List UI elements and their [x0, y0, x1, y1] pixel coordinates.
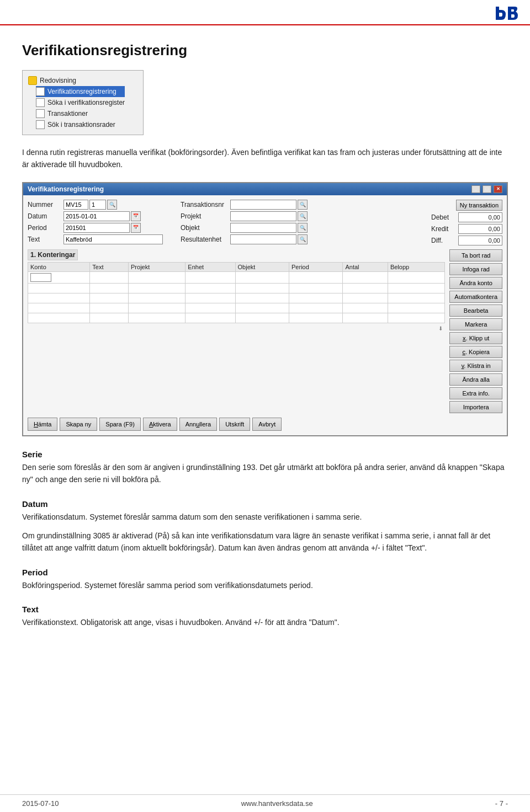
transaktionsnr-input[interactable] — [230, 200, 296, 210]
col-text: Text — [90, 262, 129, 271]
nav-item-transaktioner: Transaktioner — [36, 108, 125, 119]
cell-objekt-3 — [235, 293, 289, 303]
table-row — [28, 313, 445, 323]
konteringar-table: Konto Text Projekt Enhet Objekt Period A… — [28, 262, 445, 323]
cell-text — [90, 271, 129, 283]
aktivera-button[interactable]: Aktivera — [143, 418, 177, 431]
cell-antal-5 — [343, 313, 388, 323]
konteringar-main: 1. Konteringar Konto Text Projekt Enhet … — [28, 249, 445, 413]
nav-indent: Verifikationsregistrering Söka i verifik… — [28, 86, 137, 130]
col-period: Period — [289, 262, 343, 271]
app-window: Verifikationsregistrering _ □ ✕ Nummer 🔍 — [22, 182, 508, 436]
andra-konto-button[interactable]: Ändra konto — [449, 277, 502, 289]
cell-text-4 — [90, 303, 129, 313]
datum-title: Datum — [22, 499, 508, 509]
cell-enhet-3 — [186, 293, 235, 303]
nummer-row: Nummer 🔍 — [28, 200, 163, 210]
andra-alla-button[interactable]: Ändra alla — [449, 373, 502, 386]
folder-icon — [28, 76, 37, 85]
cell-projekt-3 — [129, 293, 186, 303]
datum-cal-button[interactable]: 📅 — [131, 211, 141, 221]
konteringar-header: 1. Konteringar — [28, 249, 78, 260]
diff-label: Diff. — [431, 237, 456, 244]
cell-text-2 — [90, 283, 129, 293]
datum-input[interactable] — [63, 211, 130, 221]
logo — [495, 6, 519, 21]
projekt-row: Projekt 🔍 — [181, 211, 308, 221]
window-body: Nummer 🔍 Datum 📅 Period — [23, 195, 507, 435]
cell-period-2 — [289, 283, 343, 293]
annullera-button[interactable]: Annullera — [179, 418, 218, 431]
col-antal: Antal — [343, 262, 388, 271]
cell-projekt-2 — [129, 283, 186, 293]
period-cal-button[interactable]: 📅 — [131, 223, 141, 233]
skapa-ny-button[interactable]: Skapa ny — [60, 418, 97, 431]
close-button[interactable]: ✕ — [494, 185, 502, 193]
datum-row: Datum 📅 — [28, 211, 163, 221]
resultatenhet-label: Resultatenhet — [181, 236, 230, 243]
markera-button[interactable]: Markera — [449, 318, 502, 330]
window-controls: _ □ ✕ — [471, 185, 502, 193]
kopiera-button[interactable]: c. Kopiera — [449, 346, 502, 358]
cell-enhet — [186, 271, 235, 283]
table-row — [28, 283, 445, 293]
cell-projekt-5 — [129, 313, 186, 323]
table-row — [28, 271, 445, 283]
objekt-search-button[interactable]: 🔍 — [298, 223, 308, 233]
klipp-ut-button[interactable]: x. Klipp ut — [449, 332, 502, 344]
cell-projekt — [129, 271, 186, 283]
avbryt-button[interactable]: Avbryt — [252, 418, 282, 431]
cell-konto-2 — [28, 283, 90, 293]
minimize-button[interactable]: _ — [471, 185, 480, 193]
datum-label: Datum — [28, 212, 63, 220]
serie-title: Serie — [22, 450, 508, 459]
top-bar — [0, 0, 530, 25]
nummer-num-input[interactable] — [89, 200, 106, 210]
nummer-search-button[interactable]: 🔍 — [107, 200, 117, 210]
resultatenhet-search-button[interactable]: 🔍 — [298, 234, 308, 244]
klistra-in-button[interactable]: v. Klistra in — [449, 360, 502, 372]
nummer-label: Nummer — [28, 201, 63, 209]
ny-transaktion-button[interactable]: Ny transaktion — [456, 200, 502, 211]
datum-text1: Verifikationsdatum. Systemet föreslår sa… — [22, 511, 508, 523]
konto-input[interactable] — [30, 273, 51, 282]
cell-enhet-2 — [186, 283, 235, 293]
projekt-search-button[interactable]: 🔍 — [298, 211, 308, 221]
cell-antal-4 — [343, 303, 388, 313]
importera-button[interactable]: Importera — [449, 401, 502, 413]
projekt-input[interactable] — [230, 211, 296, 221]
cell-antal — [343, 271, 388, 283]
table-row — [28, 293, 445, 303]
debet-value: 0,00 — [458, 212, 502, 222]
automatkontera-button[interactable]: Automatkontera — [449, 291, 502, 303]
extra-info-button[interactable]: Extra info. — [449, 387, 502, 399]
diff-value: 0,00 — [458, 236, 502, 245]
text-input[interactable] — [63, 234, 163, 244]
doc-icon-2 — [36, 98, 45, 107]
cell-period-4 — [289, 303, 343, 313]
footer-date: 2015-07-10 — [22, 799, 59, 808]
period-row: Period 📅 — [28, 223, 163, 233]
cell-belopp-3 — [388, 293, 444, 303]
infoga-rad-button[interactable]: Infoga rad — [449, 263, 502, 275]
cell-text-3 — [90, 293, 129, 303]
nummer-input[interactable] — [63, 200, 88, 210]
transaktionsnr-label: Transaktionsnr — [181, 201, 230, 209]
bearbeta-button[interactable]: Bearbeta — [449, 304, 502, 317]
doc-icon — [36, 87, 45, 96]
footer-page: - 7 - — [495, 799, 508, 808]
transaktionsnr-search-button[interactable]: 🔍 — [298, 200, 308, 210]
cell-belopp-2 — [388, 283, 444, 293]
period-input[interactable] — [63, 223, 130, 233]
ta-bort-rad-button[interactable]: Ta bort rad — [449, 249, 502, 261]
resultatenhet-input[interactable] — [230, 234, 296, 244]
hamta-button[interactable]: Hämta — [28, 418, 57, 431]
maximize-button[interactable]: □ — [483, 185, 491, 193]
nav-item-soka: Söka i verifikationsregister — [36, 97, 125, 108]
nav-item-verifikationsregistrering: Verifikationsregistrering — [36, 86, 125, 97]
period-label: Period — [28, 224, 63, 232]
utskrift-button[interactable]: Utskrift — [219, 418, 250, 431]
table-header-row: Konto Text Projekt Enhet Objekt Period A… — [28, 262, 445, 271]
objekt-input[interactable] — [230, 223, 296, 233]
spara-button[interactable]: Spara (F9) — [99, 418, 141, 431]
